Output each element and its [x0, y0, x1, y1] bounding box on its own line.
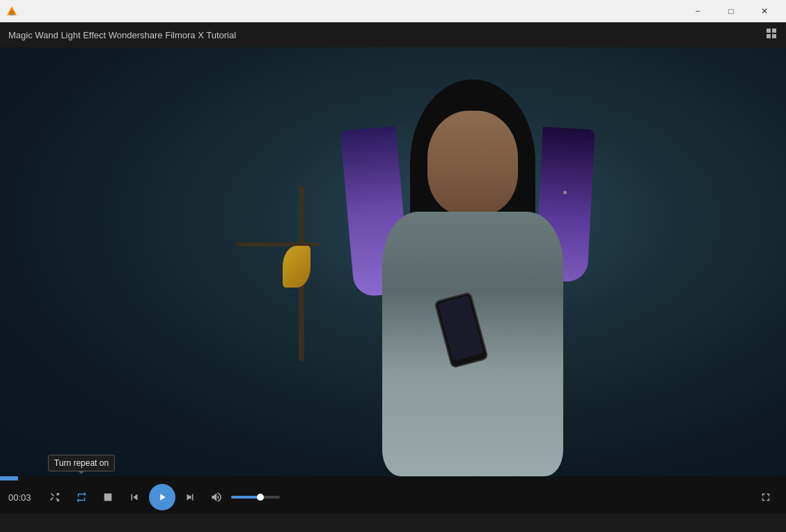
app-title: Magic Wand Light Effect Wondershare Film… [8, 30, 236, 40]
volume-slider[interactable] [231, 496, 280, 499]
volume-icon [210, 491, 223, 503]
grid-view-button[interactable] [765, 27, 778, 43]
svg-rect-3 [767, 29, 771, 33]
maximize-button[interactable]: □ [715, 0, 747, 22]
window-controls: − □ ✕ [682, 0, 780, 22]
shuffle-button[interactable] [43, 485, 67, 509]
person-face [427, 111, 518, 215]
app-icon [6, 5, 18, 17]
repeat-icon [75, 491, 88, 503]
fastforward-button[interactable] [178, 485, 202, 509]
time-display: 00:03 [8, 492, 35, 503]
rewind-button[interactable] [123, 485, 146, 509]
play-icon [157, 492, 168, 503]
svg-rect-5 [767, 34, 771, 38]
controls-bar: 00:03 Turn repeat on [0, 480, 786, 514]
fastforward-icon [184, 491, 196, 503]
svg-rect-6 [772, 34, 776, 38]
volume-knob [257, 494, 264, 501]
volume-button[interactable] [205, 485, 228, 509]
shuffle-icon [49, 491, 61, 503]
close-button[interactable]: ✕ [748, 0, 780, 22]
repeat-button[interactable]: Turn repeat on [70, 485, 93, 509]
person-figure [340, 72, 605, 476]
controls-right [754, 485, 778, 509]
svg-rect-7 [104, 494, 112, 501]
title-bar: − □ ✕ [0, 0, 786, 22]
app-header: Magic Wand Light Effect Wondershare Film… [0, 22, 786, 47]
fullscreen-button[interactable] [754, 485, 778, 509]
earring [563, 191, 567, 194]
volume-fill [231, 496, 260, 499]
video-area [0, 47, 786, 476]
stop-button[interactable] [96, 485, 120, 509]
rewind-icon [128, 491, 141, 503]
grid-icon [765, 27, 778, 40]
minimize-button[interactable]: − [682, 0, 714, 22]
title-bar-left [6, 5, 18, 17]
stop-icon [102, 492, 113, 503]
volume-slider-container [231, 496, 280, 499]
video-canvas [0, 47, 786, 476]
svg-rect-4 [772, 29, 776, 33]
controls-left: 00:03 Turn repeat on [8, 484, 280, 510]
fullscreen-icon [760, 491, 772, 503]
play-button[interactable] [149, 484, 175, 510]
svg-rect-2 [10, 14, 14, 15]
